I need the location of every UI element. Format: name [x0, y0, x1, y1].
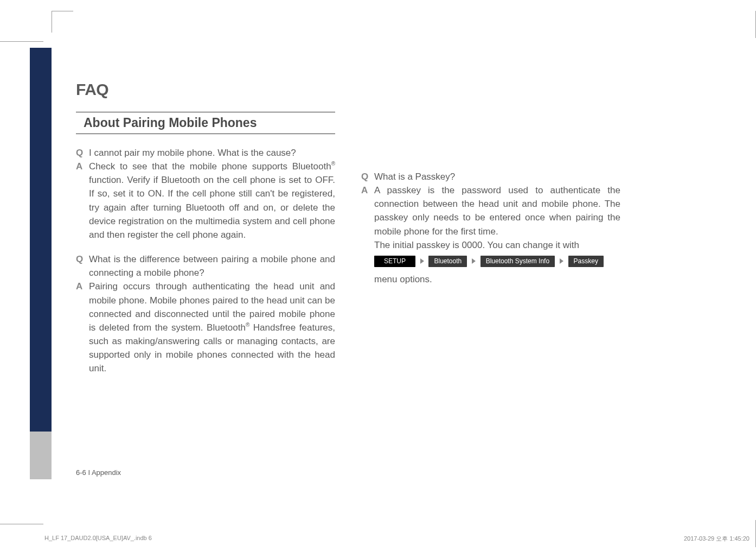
a-label: A	[76, 160, 89, 242]
question-text: I cannot pair my mobile phone. What is t…	[89, 146, 335, 160]
print-timestamp: 2017-03-29 오후 1:45:20	[684, 535, 749, 543]
question-row: Q What is a Passkey?	[361, 170, 620, 183]
answer-text: Check to see that the mobile phone suppo…	[89, 160, 335, 242]
menu-chip-bt-system-info: Bluetooth System Info	[480, 256, 555, 267]
a-label: A	[76, 280, 89, 375]
crop-mark	[0, 524, 43, 524]
answer-row: A Check to see that the mobile phone sup…	[76, 160, 335, 242]
page-footer: 6-6 I Appendix	[76, 468, 121, 477]
qa-block: Q What is a Passkey? A A passkey is the …	[361, 170, 620, 289]
page: FAQ About Pairing Mobile Phones Q I cann…	[0, 0, 756, 558]
page-title: FAQ	[76, 80, 680, 99]
right-column: Q What is a Passkey? A A passkey is the …	[361, 146, 620, 386]
menu-chip-passkey: Passkey	[568, 256, 604, 267]
answer-text: A passkey is the password used to authen…	[374, 183, 620, 289]
answer-row: A Pairing occurs through authenticating …	[76, 280, 335, 375]
question-row: Q I cannot pair my mobile phone. What is…	[76, 146, 335, 160]
qa-block: Q I cannot pair my mobile phone. What is…	[76, 146, 335, 242]
answer-row: A A passkey is the password used to auth…	[361, 183, 620, 289]
arrow-icon	[560, 258, 563, 264]
answer-para-2: The initial passkey is 0000. You can cha…	[374, 240, 579, 250]
a-label: A	[361, 183, 374, 289]
answer-text: Pairing occurs through authenticating th…	[89, 280, 335, 375]
sidebar-gray-segment	[30, 432, 52, 479]
arrow-icon	[420, 258, 424, 264]
left-column: Q I cannot pair my mobile phone. What is…	[76, 146, 335, 386]
registered-mark: ®	[246, 322, 249, 328]
crop-mark	[52, 11, 73, 33]
crop-mark	[0, 41, 43, 42]
print-footer: H_LF 17_DAUD2.0[USA_EU]AV_.indb 6 2017-0…	[44, 535, 749, 543]
print-file-name: H_LF 17_DAUD2.0[USA_EU]AV_.indb 6	[44, 535, 152, 543]
arrow-icon	[472, 258, 476, 264]
question-text: What is the difference between pairing a…	[89, 252, 335, 280]
sidebar-color-tab	[30, 48, 52, 479]
answer-para-1: A passkey is the password used to authen…	[374, 185, 620, 236]
menu-chip-bluetooth: Bluetooth	[428, 256, 467, 267]
menu-path: SETUP Bluetooth Bluetooth System Info Pa…	[374, 252, 620, 289]
section-heading: About Pairing Mobile Phones	[76, 112, 335, 134]
q-label: Q	[76, 146, 89, 160]
content-area: FAQ About Pairing Mobile Phones Q I cann…	[76, 80, 680, 477]
two-column-layout: Q I cannot pair my mobile phone. What is…	[76, 146, 680, 386]
q-label: Q	[76, 252, 89, 280]
menu-chip-setup: SETUP	[374, 256, 415, 267]
q-label: Q	[361, 170, 374, 183]
registered-mark: ®	[331, 161, 335, 167]
question-text: What is a Passkey?	[374, 170, 620, 183]
question-row: Q What is the difference between pairing…	[76, 252, 335, 280]
qa-block: Q What is the difference between pairing…	[76, 252, 335, 375]
sidebar-dark-segment	[30, 48, 52, 432]
answer-suffix: menu options.	[374, 274, 432, 284]
